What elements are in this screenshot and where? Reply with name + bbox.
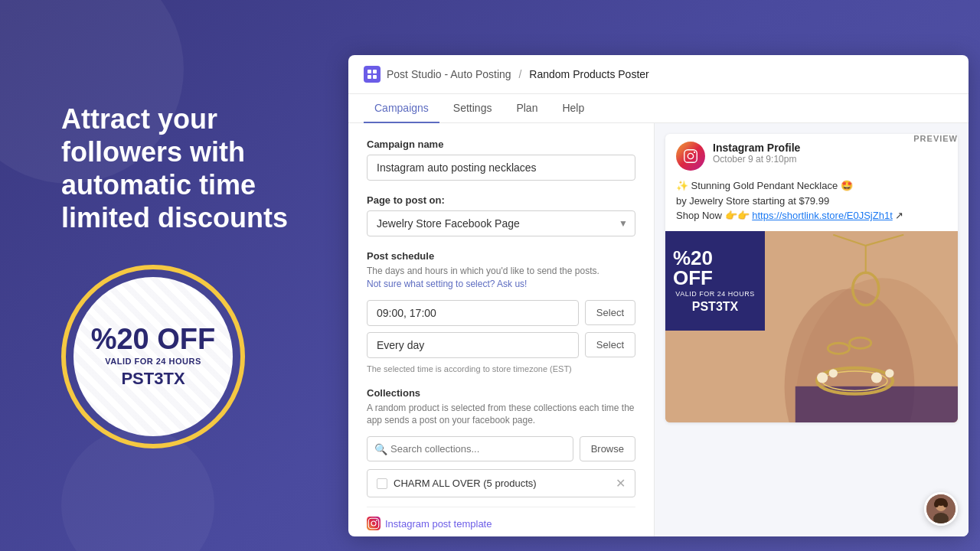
svg-point-6 (376, 520, 377, 521)
collection-tag-left: CHARM ALL OVER (5 products) (377, 478, 537, 489)
jewelry-image: %20 OFF VALID FOR 24 HOURS PST3TX (665, 231, 958, 422)
overlay-valid: VALID FOR 24 HOURS (675, 290, 754, 298)
main-panel: Post Studio - Auto Posting / Random Prod… (348, 55, 969, 536)
nav-bar: Campaigns Settings Plan Help (348, 94, 969, 123)
breadcrumb-start: Post Studio - Auto Posting (387, 68, 511, 80)
preview-label: PREVIEW (913, 134, 958, 143)
search-input[interactable] (367, 436, 573, 461)
badge-inner: %20 OFF VALID FOR 24 HOURS PST3TX (74, 277, 233, 436)
overlay-code: PST3TX (692, 300, 738, 314)
search-icon: 🔍 (374, 443, 387, 455)
form-section: Campaign name Page to post on: Jewelry S… (348, 123, 655, 536)
breadcrumb-current: Random Products Poster (529, 68, 648, 80)
instagram-logo-preview (682, 148, 699, 165)
svg-point-31 (943, 501, 948, 507)
discount-overlay: %20 OFF VALID FOR 24 HOURS PST3TX (665, 231, 765, 331)
nav-help[interactable]: Help (551, 94, 595, 123)
panel-content: Campaign name Page to post on: Jewelry S… (348, 123, 969, 536)
day-row: Select (367, 332, 635, 358)
collections-group: Collections A random product is selected… (367, 387, 635, 531)
campaign-name-input[interactable] (367, 155, 635, 181)
campaign-name-group: Campaign name (367, 139, 635, 181)
preview-avatar (676, 142, 705, 171)
collection-tag: CHARM ALL OVER (5 products) ✕ (367, 469, 635, 497)
svg-rect-1 (373, 70, 377, 73)
page-select-wrapper: Jewelry Store Facebook Page ▼ (367, 210, 635, 236)
svg-point-9 (688, 153, 693, 158)
overlay-percent: %20 OFF (673, 248, 757, 288)
badge-text: %20 OFF VALID FOR 24 HOURS PST3TX (91, 324, 216, 389)
preview-card: Instagram Profile October 9 at 9:10pm ✨ … (665, 134, 958, 422)
day-select-button[interactable]: Select (585, 332, 635, 357)
preview-profile-name: Instagram Profile (713, 142, 800, 154)
collection-remove-button[interactable]: ✕ (616, 476, 626, 491)
discount-badge: %20 OFF VALID FOR 24 HOURS PST3TX (61, 265, 245, 448)
nav-campaigns[interactable]: Campaigns (364, 94, 439, 123)
collections-desc: A random product is selected from these … (367, 402, 635, 428)
avatar-svg (926, 494, 956, 523)
search-row: 🔍 Browse (367, 436, 635, 461)
badge-valid-text: VALID FOR 24 HOURS (91, 357, 216, 366)
badge-percent: %20 OFF (91, 324, 216, 354)
timezone-note: The selected time is according to store … (367, 364, 635, 373)
browse-button[interactable]: Browse (580, 436, 635, 461)
preview-profile-date: October 9 at 9:10pm (713, 154, 800, 165)
preview-image: %20 OFF VALID FOR 24 HOURS PST3TX (665, 231, 958, 422)
breadcrumb-separator: / (519, 68, 522, 80)
nav-settings[interactable]: Settings (443, 94, 503, 123)
svg-point-30 (934, 501, 939, 507)
badge-code: PST3TX (91, 369, 216, 389)
time-row: Select (367, 300, 635, 326)
svg-rect-3 (373, 75, 377, 79)
preview-link[interactable]: https://shortlink.store/E0JSjZh1t (752, 210, 893, 221)
preview-caption: ✨ Stunning Gold Pendant Necklace 🤩 by Je… (665, 178, 958, 231)
preview-profile-info: Instagram Profile October 9 at 9:10pm (713, 142, 800, 165)
nav-plan[interactable]: Plan (505, 94, 548, 123)
svg-point-21 (817, 372, 828, 383)
instagram-template-text[interactable]: Instagram post template (385, 518, 492, 530)
caption-line3: Shop Now 👉👉 https://shortlink.store/E0JS… (676, 208, 947, 223)
headline: Attract your followers with automatic ti… (61, 103, 291, 235)
schedule-desc: The days and hours in which you'd like t… (367, 265, 635, 291)
page-label: Page to post on: (367, 194, 635, 206)
collection-checkbox[interactable] (377, 478, 387, 489)
app-logo (364, 66, 381, 83)
breadcrumb: Post Studio - Auto Posting / Random Prod… (387, 68, 649, 80)
time-select-button[interactable]: Select (585, 300, 635, 325)
avatar-face (926, 494, 956, 523)
collections-title: Collections (367, 387, 635, 399)
preview-section: PREVIEW Instagram Profile October 9 at 9… (655, 123, 969, 536)
day-input[interactable] (367, 332, 579, 358)
left-panel: Attract your followers with automatic ti… (31, 0, 322, 551)
svg-point-24 (885, 369, 893, 377)
preview-user-avatar (924, 492, 958, 526)
schedule-group: Post schedule The days and hours in whic… (367, 250, 635, 373)
campaign-name-label: Campaign name (367, 139, 635, 150)
svg-point-23 (871, 372, 882, 383)
page-group: Page to post on: Jewelry Store Facebook … (367, 194, 635, 236)
svg-rect-0 (368, 70, 371, 73)
search-wrapper: 🔍 (367, 436, 573, 461)
svg-point-22 (829, 369, 838, 377)
instagram-icon (367, 517, 381, 530)
svg-rect-2 (368, 75, 371, 79)
panel-header: Post Studio - Auto Posting / Random Prod… (348, 55, 969, 94)
svg-point-10 (694, 152, 695, 153)
caption-line1: ✨ Stunning Gold Pendant Necklace 🤩 (676, 178, 947, 194)
time-input[interactable] (367, 300, 579, 326)
instagram-template-link: Instagram post template (367, 507, 635, 530)
collection-name: CHARM ALL OVER (5 products) (394, 478, 537, 489)
schedule-help-link[interactable]: Not sure what setting to select? Ask us! (367, 279, 527, 289)
page-select[interactable]: Jewelry Store Facebook Page (367, 210, 635, 236)
caption-line2: by Jewelry Store starting at $79.99 (676, 194, 947, 209)
schedule-title: Post schedule (367, 250, 635, 262)
